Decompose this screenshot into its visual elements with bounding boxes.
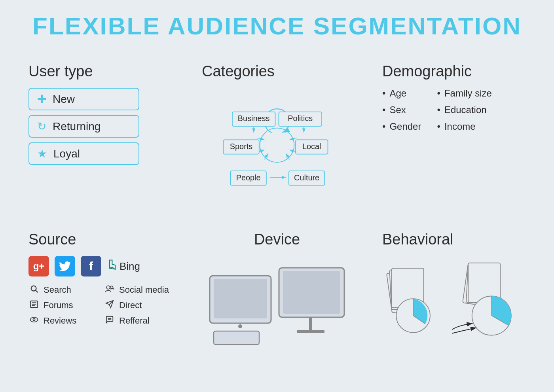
svg-rect-37 <box>214 279 267 318</box>
demo-item-age: Age <box>382 88 421 99</box>
user-type-loyal-label: Loyal <box>53 148 80 160</box>
source-reviews-label: Reviews <box>44 316 76 326</box>
social-icon <box>104 284 115 295</box>
svg-text:Business: Business <box>238 114 270 123</box>
svg-rect-39 <box>214 331 259 345</box>
source-social: Social media <box>104 284 172 295</box>
google-logo: g+ <box>28 256 49 276</box>
behavioral-illustration <box>382 256 526 343</box>
device-illustration <box>202 264 352 351</box>
svg-point-35 <box>110 318 111 319</box>
svg-text:Politics: Politics <box>288 114 313 123</box>
user-type-title: User type <box>28 63 172 80</box>
user-type-card: User type ✚ New ↻ Returning ★ Loyal <box>16 52 184 215</box>
demographic-title: Demographic <box>382 63 526 80</box>
svg-point-33 <box>108 318 109 319</box>
categories-card: Categories <box>189 52 365 215</box>
refresh-icon: ↻ <box>37 120 46 133</box>
twitter-logo <box>55 256 75 276</box>
svg-rect-41 <box>283 271 340 314</box>
demographic-columns: Age Sex Gender Family size Education Inc… <box>382 88 526 138</box>
svg-point-25 <box>106 286 110 289</box>
svg-point-23 <box>31 286 36 291</box>
categories-title: Categories <box>202 63 352 80</box>
plus-icon: ✚ <box>37 93 46 106</box>
user-type-list: ✚ New ↻ Returning ★ Loyal <box>28 88 172 165</box>
main-grid: User type ✚ New ↻ Returning ★ Loyal Cate… <box>16 52 538 362</box>
svg-text:Sports: Sports <box>230 142 253 151</box>
user-type-returning[interactable]: ↻ Returning <box>28 115 139 138</box>
source-forums-label: Forums <box>44 300 73 311</box>
source-referral-label: Refferal <box>119 316 150 326</box>
source-search-label: Search <box>44 285 71 295</box>
facebook-logo: f <box>81 256 101 276</box>
demographic-card: Demographic Age Sex Gender Family size E… <box>370 52 538 215</box>
svg-point-31 <box>30 317 38 322</box>
star-icon: ★ <box>37 147 47 160</box>
source-logos: g+ f Bing <box>28 256 172 276</box>
page-title: FLEXIBLE AUDIENCE SEGMENTATION <box>32 12 522 40</box>
device-card: Device <box>189 220 365 362</box>
source-direct: Direct <box>104 300 172 311</box>
demo-item-gender: Gender <box>382 121 421 132</box>
device-title: Device <box>254 231 300 248</box>
demo-item-education: Education <box>437 104 491 116</box>
search-icon <box>28 284 40 295</box>
source-referral: Refferal <box>104 315 172 326</box>
svg-text:Culture: Culture <box>294 173 319 182</box>
svg-text:People: People <box>236 173 261 182</box>
svg-point-1 <box>260 128 294 163</box>
source-social-label: Social media <box>119 285 169 295</box>
svg-line-24 <box>36 290 38 292</box>
user-type-loyal[interactable]: ★ Loyal <box>28 142 139 165</box>
source-items: Search Social media Forums Direct <box>28 284 172 326</box>
demo-item-family-size: Family size <box>437 88 491 99</box>
source-reviews: Reviews <box>28 315 96 326</box>
demographic-col2: Family size Education Income <box>437 88 491 138</box>
source-direct-label: Direct <box>119 300 142 311</box>
user-type-returning-label: Returning <box>53 120 101 133</box>
svg-point-38 <box>238 324 242 328</box>
user-type-new-label: New <box>53 93 75 106</box>
svg-rect-42 <box>309 317 312 330</box>
source-search: Search <box>28 284 96 295</box>
svg-point-32 <box>33 318 35 320</box>
bing-logo: Bing <box>107 259 140 273</box>
user-type-new[interactable]: ✚ New <box>28 88 139 110</box>
direct-icon <box>104 300 115 311</box>
categories-diagram: Business Politics Sports Local People Cu… <box>202 88 352 203</box>
behavioral-title: Behavioral <box>382 231 526 248</box>
demographic-col1: Age Sex Gender <box>382 88 421 138</box>
source-card: Source g+ f Bing Search <box>16 220 184 362</box>
device-svg <box>202 264 352 351</box>
bing-label: Bing <box>120 260 140 273</box>
demo-item-sex: Sex <box>382 104 421 116</box>
demo-item-income: Income <box>437 121 491 132</box>
source-forums: Forums <box>28 300 96 311</box>
source-title: Source <box>28 231 172 248</box>
svg-point-34 <box>109 318 110 319</box>
reviews-icon <box>28 315 40 326</box>
svg-rect-43 <box>297 330 324 333</box>
forums-icon <box>28 300 40 311</box>
behavioral-card: Behavioral <box>370 220 538 362</box>
referral-icon <box>104 315 115 326</box>
svg-text:Local: Local <box>302 142 321 151</box>
